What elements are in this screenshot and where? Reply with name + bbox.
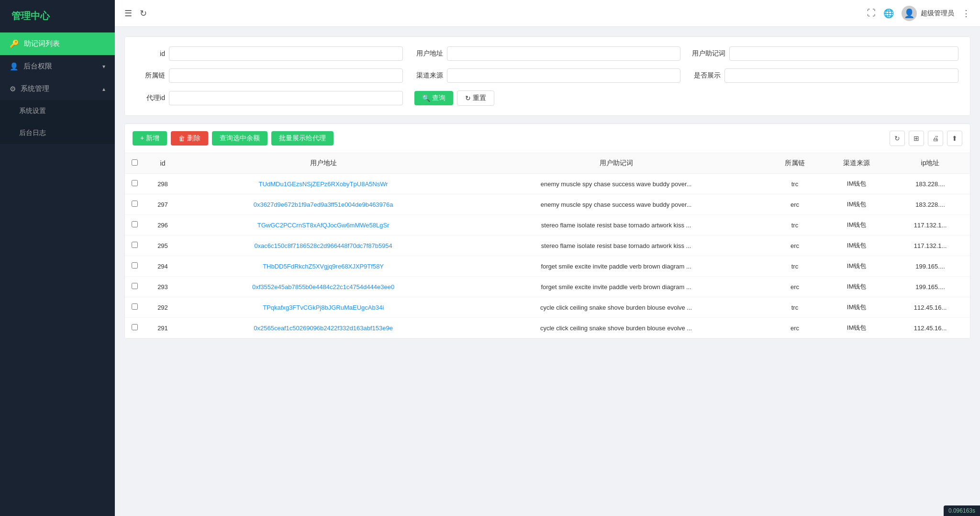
filter-card: id 用户地址 用户助记词 所属链 渠道来源: [124, 36, 970, 116]
sidebar-item-label: 系统设置: [19, 107, 46, 115]
query-button[interactable]: 🔍 查询: [414, 91, 453, 105]
reset-button[interactable]: ↻ 重置: [457, 90, 494, 106]
sidebar-item-label: 助记词列表: [24, 39, 60, 48]
row-ip: 112.45.16...: [891, 318, 970, 338]
filter-input-show[interactable]: [724, 68, 958, 83]
row-ip: 199.165....: [891, 256, 970, 277]
row-chain: trc: [767, 215, 823, 236]
row-channel: IM钱包: [823, 215, 891, 236]
filter-actions: 🔍 查询 ↻ 重置: [414, 90, 681, 106]
row-checkbox[interactable]: [132, 262, 138, 269]
row-mnemonic: forget smile excite invite paddle verb b…: [465, 256, 767, 277]
row-chain: trc: [767, 174, 823, 194]
sidebar-item-system-management[interactable]: ⚙ 系统管理 ▴: [0, 78, 115, 100]
more-icon[interactable]: ⋮: [962, 8, 970, 19]
row-checkbox-cell: [125, 318, 144, 338]
row-address[interactable]: 0x2565ceaf1c50269096b2422f332d163abf153e…: [181, 318, 465, 338]
table-export-button[interactable]: ⬆: [947, 131, 962, 146]
performance-badge: 0.096163s: [944, 505, 980, 516]
row-checkbox-cell: [125, 236, 144, 256]
table-columns-button[interactable]: ⊞: [909, 131, 924, 146]
sidebar-item-backend-permission[interactable]: 👤 后台权限 ▾: [0, 55, 115, 78]
row-address[interactable]: TUdMDu1GEzsNSjZEPz6RXobyTpU8A5NsWr: [181, 174, 465, 194]
filter-input-channel[interactable]: [447, 68, 681, 83]
row-address[interactable]: TGwGC2PCCrnST8xAfQJocGw6mMWe58LgSr: [181, 215, 465, 236]
row-mnemonic: cycle click ceiling snake shove burden b…: [465, 318, 767, 338]
sidebar-item-mnemonic-list[interactable]: 🔑 助记词列表: [0, 33, 115, 55]
table-section: + 新增 🗑 删除 查询选中余额 批量展示给代理 ↻ ⊞ 🖨 ⬆: [124, 123, 970, 339]
row-checkbox[interactable]: [132, 221, 138, 227]
row-chain: erc: [767, 236, 823, 256]
row-mnemonic: stereo flame isolate resist base tornado…: [465, 236, 767, 256]
row-address[interactable]: THbDD5FdRkchZ5XVgjq9re68XJXP9Tf58Y: [181, 256, 465, 277]
table-row: 294 THbDD5FdRkchZ5XVgjq9re68XJXP9Tf58Y f…: [125, 256, 970, 277]
filter-label-show: 是否展示: [692, 71, 721, 80]
table-refresh-button[interactable]: ↻: [890, 131, 905, 146]
row-mnemonic: forget smile excite invite paddle verb b…: [465, 277, 767, 297]
row-address[interactable]: TPqkafxg3FTvCGkPj8bJGRuMaEUgcAb34i: [181, 297, 465, 318]
sidebar-item-backend-log[interactable]: 后台日志: [0, 122, 115, 144]
row-address[interactable]: 0x3627d9e672b1f9a7ed9a3ff51e004de9b46397…: [181, 194, 465, 215]
search-icon: 🔍: [422, 94, 430, 102]
row-checkbox-cell: [125, 277, 144, 297]
table-row: 292 TPqkafxg3FTvCGkPj8bJGRuMaEUgcAb34i c…: [125, 297, 970, 318]
filter-row-show: 是否展示: [692, 68, 958, 83]
header-ip: ip地址: [891, 153, 970, 174]
row-checkbox-cell: [125, 215, 144, 236]
gear-icon: ⚙: [10, 85, 16, 93]
row-channel: IM钱包: [823, 194, 891, 215]
row-checkbox[interactable]: [132, 283, 138, 289]
row-ip: 183.228....: [891, 174, 970, 194]
row-address[interactable]: 0xf3552e45ab7855b0e4484c22c1c4754d444e3e…: [181, 277, 465, 297]
row-address[interactable]: 0xac6c150c8f7186528c2d966448f70dc7f87b59…: [181, 236, 465, 256]
filter-input-chain[interactable]: [169, 68, 403, 83]
row-checkbox[interactable]: [132, 324, 138, 330]
row-ip: 117.132.1...: [891, 215, 970, 236]
row-id: 297: [144, 194, 181, 215]
row-id: 291: [144, 318, 181, 338]
filter-input-agent-id[interactable]: [169, 91, 403, 105]
table-row: 298 TUdMDu1GEzsNSjZEPz6RXobyTpU8A5NsWr e…: [125, 174, 970, 194]
key-icon: 🔑: [10, 39, 19, 48]
sidebar-item-label: 系统管理: [21, 84, 49, 93]
row-checkbox[interactable]: [132, 303, 138, 310]
table-header-row: id 用户地址 用户助记词 所属链 渠道来源 ip地址: [125, 153, 970, 174]
header-channel: 渠道来源: [823, 153, 891, 174]
filter-input-user-address[interactable]: [447, 46, 681, 61]
menu-icon[interactable]: ☰: [124, 8, 132, 19]
refresh-icon[interactable]: ↻: [140, 8, 147, 19]
query-balance-button[interactable]: 查询选中余额: [212, 131, 267, 146]
sidebar-logo: 管理中心: [0, 0, 115, 33]
row-id: 294: [144, 256, 181, 277]
row-ip: 117.132.1...: [891, 236, 970, 256]
row-checkbox[interactable]: [132, 242, 138, 248]
row-checkbox-cell: [125, 174, 144, 194]
sidebar: 管理中心 🔑 助记词列表 👤 后台权限 ▾ ⚙ 系统管理 ▴ 系统设置 后台日志: [0, 0, 115, 516]
filter-label-agent-id: 代理id: [136, 94, 165, 102]
data-table: id 用户地址 用户助记词 所属链 渠道来源 ip地址 298 TUdMDu1G…: [125, 153, 970, 338]
row-id: 292: [144, 297, 181, 318]
row-checkbox[interactable]: [132, 201, 138, 207]
header-address: 用户地址: [181, 153, 465, 174]
row-channel: IM钱包: [823, 297, 891, 318]
row-chain: trc: [767, 297, 823, 318]
filter-row-agent-id: 代理id: [136, 90, 403, 106]
row-channel: IM钱包: [823, 318, 891, 338]
avatar: 👤: [902, 6, 917, 21]
fullscreen-icon[interactable]: ⛶: [867, 8, 876, 18]
delete-button[interactable]: 🗑 删除: [171, 131, 208, 146]
select-all-checkbox[interactable]: [132, 159, 138, 166]
row-id: 293: [144, 277, 181, 297]
batch-show-button[interactable]: 批量展示给代理: [271, 131, 334, 146]
add-button[interactable]: + 新增: [133, 131, 167, 146]
sidebar-item-system-settings[interactable]: 系统设置: [0, 100, 115, 122]
filter-input-id[interactable]: [169, 46, 403, 61]
filter-input-user-mnemonic[interactable]: [729, 46, 958, 61]
globe-icon[interactable]: 🌐: [883, 8, 894, 19]
row-channel: IM钱包: [823, 277, 891, 297]
row-checkbox[interactable]: [132, 180, 138, 186]
sidebar-menu: 🔑 助记词列表 👤 后台权限 ▾ ⚙ 系统管理 ▴ 系统设置 后台日志: [0, 33, 115, 516]
filter-row-user-address: 用户地址: [414, 46, 681, 61]
sidebar-submenu-system: 系统设置 后台日志: [0, 100, 115, 144]
table-print-button[interactable]: 🖨: [928, 131, 943, 146]
